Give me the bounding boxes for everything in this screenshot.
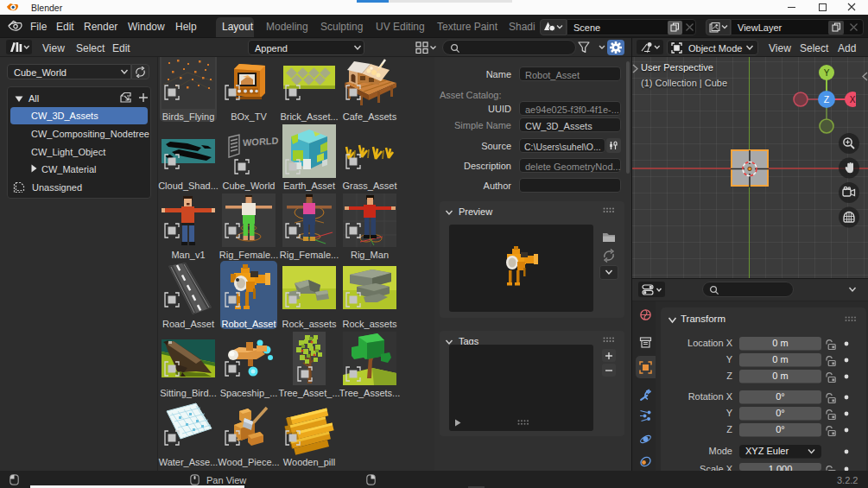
svg-text:Earth_Asset: Earth_Asset (283, 181, 335, 191)
svg-text:Wood_Piece...: Wood_Piece... (218, 457, 279, 467)
svg-text:Rig_Female...: Rig_Female... (219, 250, 278, 260)
svg-text:0 m: 0 m (772, 354, 788, 364)
svg-text:0 m: 0 m (772, 371, 788, 381)
svg-text:WORLD: WORLD (243, 135, 279, 148)
svg-text:Rock_assets: Rock_assets (282, 319, 337, 329)
svg-text:Tree_Asset_...: Tree_Asset_... (278, 388, 339, 398)
svg-text:0°: 0° (776, 408, 785, 418)
svg-text:Tree_Assets...: Tree_Assets... (339, 388, 401, 398)
svg-text:Brick_Asset...: Brick_Asset... (280, 111, 338, 122)
svg-text:Mode: Mode (708, 446, 732, 456)
svg-text:Wooden_pill: Wooden_pill (283, 457, 335, 467)
svg-text:Z: Z (726, 424, 732, 434)
svg-text:Y: Y (824, 68, 830, 78)
svg-text:Cube_World: Cube_World (223, 181, 276, 191)
svg-text:Spaceship_...: Spaceship_... (220, 388, 278, 398)
svg-text:XYZ Euler: XYZ Euler (745, 446, 789, 456)
svg-text:Rig_Female...: Rig_Female... (280, 250, 339, 260)
svg-text:Z: Z (824, 94, 830, 105)
svg-text:Grass_Asset: Grass_Asset (343, 181, 397, 191)
svg-text:Rock_assets: Rock_assets (343, 319, 397, 329)
svg-text:Rig_Man: Rig_Man (351, 250, 389, 260)
svg-text:0°: 0° (776, 424, 785, 434)
svg-text:Robot_Asset: Robot_Asset (222, 319, 276, 329)
svg-text:Road_Asset: Road_Asset (162, 319, 214, 329)
svg-text:BOx_TV: BOx_TV (231, 111, 267, 122)
svg-text:1.000: 1.000 (769, 464, 793, 471)
svg-text:Sitting_Bird...: Sitting_Bird... (160, 388, 216, 398)
svg-text:Scale X: Scale X (700, 464, 733, 471)
svg-text:0°: 0° (776, 391, 785, 402)
svg-text:Man_v1: Man_v1 (171, 250, 205, 260)
svg-text:Water_Asse...: Water_Asse... (159, 457, 219, 467)
svg-text:Z: Z (726, 371, 732, 381)
svg-text:0 m: 0 m (772, 338, 788, 348)
svg-text:Cloud_Shad...: Cloud_Shad... (158, 181, 219, 191)
svg-text:Y: Y (726, 408, 733, 418)
svg-text:Birds_Flying: Birds_Flying (162, 111, 215, 122)
svg-text:Cafe_Assets: Cafe_Assets (343, 111, 397, 122)
svg-text:Location X: Location X (687, 338, 733, 348)
svg-text:Y: Y (726, 354, 733, 364)
svg-text:X: X (850, 95, 856, 105)
svg-text:Rotation X: Rotation X (688, 391, 733, 402)
